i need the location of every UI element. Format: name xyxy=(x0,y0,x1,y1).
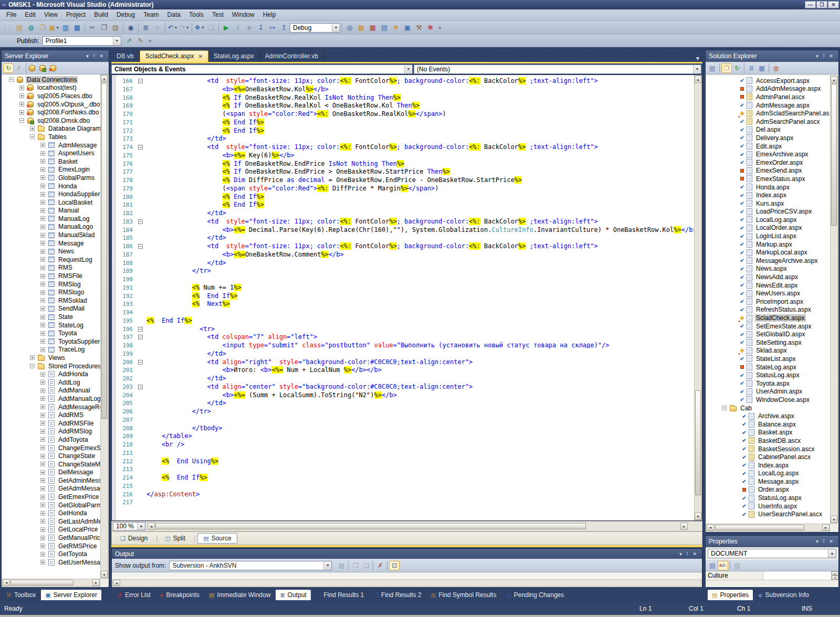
tree-item[interactable]: +AddToyota xyxy=(2,435,100,444)
expander-icon[interactable]: + xyxy=(40,159,45,164)
tree-item[interactable]: +sql2005.Places.dbo xyxy=(2,92,100,100)
solution-item[interactable]: ✔MessageArchive.aspx xyxy=(706,257,830,265)
solution-item[interactable]: ✔LoginList.aspx xyxy=(706,232,830,240)
tree-item[interactable]: +RMSlog xyxy=(2,280,100,289)
collapse-icon[interactable]: − xyxy=(138,145,143,150)
expander-icon[interactable]: + xyxy=(40,478,45,483)
solution-item[interactable]: ✔AccessExport.aspx xyxy=(706,77,830,85)
server-explorer-hscrollbar[interactable]: ◄ ► xyxy=(2,579,100,587)
expander-icon[interactable]: + xyxy=(40,560,45,565)
expander-icon[interactable]: + xyxy=(40,372,45,377)
solution-item[interactable]: ✔WindowClose.aspx xyxy=(706,396,830,404)
expander-icon[interactable]: + xyxy=(19,110,24,115)
expander-icon[interactable]: + xyxy=(40,552,45,557)
tree-item[interactable]: −Data Connections xyxy=(2,76,100,84)
auto-hide-pin-icon[interactable]: ⊺ xyxy=(821,539,827,544)
expander-icon[interactable]: + xyxy=(40,323,45,327)
immediate-window-icon[interactable]: ▤ xyxy=(379,23,390,33)
document-tab-scladcheck-aspx[interactable]: ScladCheck.aspx✕ xyxy=(140,50,208,62)
expander-icon[interactable]: + xyxy=(40,421,45,425)
toolbar-overflow-icon[interactable]: » xyxy=(146,38,154,44)
solution-item[interactable]: ✔CabinetPanel.ascx xyxy=(706,453,830,461)
extension-manager-icon[interactable]: ✱ xyxy=(425,23,436,33)
toolbar-overflow-icon[interactable]: » xyxy=(436,25,444,30)
expander-icon[interactable]: − xyxy=(722,406,727,410)
tree-item[interactable]: +localhost(test) xyxy=(2,84,100,92)
tree-item[interactable]: +DelMessage xyxy=(2,469,100,477)
toolbar-grip[interactable]: ⋮⋮ xyxy=(1,38,14,44)
expander-icon[interactable]: + xyxy=(40,290,45,295)
fold-margin[interactable]: − xyxy=(137,333,146,342)
tab-find-results-1[interactable]: ❐Find Results 1 xyxy=(312,590,369,600)
expander-icon[interactable]: + xyxy=(40,274,45,279)
document-tab-admincontroller-vb[interactable]: AdminController.vb xyxy=(260,50,324,62)
solution-item[interactable]: ✔PriceImport.aspx xyxy=(706,297,830,306)
tree-item[interactable]: +SendMail xyxy=(2,305,100,313)
menu-debug[interactable]: Debug xyxy=(112,9,139,20)
fold-margin[interactable]: − xyxy=(137,218,146,226)
chevron-down-icon[interactable]: ▼ xyxy=(404,65,412,73)
expander-icon[interactable]: + xyxy=(40,200,45,205)
window-position-icon[interactable]: ▾ xyxy=(814,539,821,544)
close-icon[interactable]: ✕ xyxy=(827,54,835,59)
tree-item[interactable]: +News xyxy=(2,247,100,256)
expander-icon[interactable]: − xyxy=(9,77,14,82)
expander-icon[interactable]: + xyxy=(40,396,45,401)
tab-toolbox[interactable]: ⚒Toolbox xyxy=(2,590,40,600)
tab-find-results-2[interactable]: ❐Find Results 2 xyxy=(369,590,426,600)
tree-item[interactable]: +AddLog xyxy=(2,378,100,387)
solution-item[interactable]: ✚ScladCheck.aspx xyxy=(706,314,830,322)
solution-item[interactable]: ✔AdmSearchPanel.ascx xyxy=(706,118,830,126)
fold-margin[interactable]: − xyxy=(137,77,146,86)
tree-item[interactable]: +ManualSklad xyxy=(2,231,100,239)
close-icon[interactable]: ✕ xyxy=(97,54,106,59)
tree-item[interactable]: +Database Diagrams xyxy=(2,125,100,133)
solution-item[interactable]: Order.aspx xyxy=(706,486,830,494)
maximize-button[interactable]: ❐ xyxy=(816,1,827,8)
solution-item[interactable]: ✔LocalLog.aspx xyxy=(706,470,830,478)
alphabetical-sort-icon[interactable]: AZ↓ xyxy=(718,561,728,570)
tab-list-chevron-icon[interactable]: ▾ xyxy=(693,55,702,62)
expander-icon[interactable]: + xyxy=(40,143,45,147)
auto-hide-pin-icon[interactable]: ⊺ xyxy=(684,551,691,557)
solution-item[interactable]: ✔NewsAdd.aspx xyxy=(706,273,830,281)
expander-icon[interactable]: + xyxy=(40,413,45,418)
solution-item[interactable]: ✔SiteSetting.aspx xyxy=(706,338,830,347)
chevron-down-icon[interactable]: ▼ xyxy=(323,561,331,570)
solution-explorer-icon[interactable]: ❖ xyxy=(390,23,402,33)
auto-hide-pin-icon[interactable]: ⊺ xyxy=(821,54,827,59)
selected-object-combo[interactable]: DOCUMENT ▼ xyxy=(708,549,836,558)
editor-vscrollbar[interactable]: ▲ ▼ xyxy=(694,75,702,520)
publish-profile-combo[interactable]: Profile1 ▼ xyxy=(43,36,121,46)
solution-item[interactable]: ✔EmexOrder.aspx xyxy=(706,158,830,167)
solution-item[interactable]: ✔LocalOrder.aspx xyxy=(706,224,830,232)
breakpoint-margin[interactable] xyxy=(112,75,116,520)
redo-icon[interactable]: ↷▼ xyxy=(178,23,190,33)
expander-icon[interactable]: + xyxy=(40,249,45,254)
fold-margin[interactable]: − xyxy=(137,358,146,367)
tree-item[interactable]: +sql2005.vOtpusk_.dbo xyxy=(2,100,100,109)
expander-icon[interactable]: + xyxy=(40,208,45,213)
output-hscrollbar[interactable]: ◄ xyxy=(112,579,701,587)
solution-item[interactable]: ✔Toyota.aspx xyxy=(706,379,830,388)
expander-icon[interactable]: + xyxy=(40,339,45,344)
tree-item[interactable]: +GetUserMessage xyxy=(2,558,100,567)
view-tab-design[interactable]: ❏Design xyxy=(115,534,153,543)
auto-hide-pin-icon[interactable]: ⊺ xyxy=(91,54,98,59)
refresh-icon[interactable]: ↻ xyxy=(3,63,14,73)
step-out-icon[interactable]: ↥ xyxy=(278,23,290,33)
property-value[interactable] xyxy=(763,571,831,580)
expander-icon[interactable]: + xyxy=(40,437,45,442)
solution-item[interactable]: ✔Kurs.aspx xyxy=(706,199,830,208)
tab-server-explorer[interactable]: ▣Server Explorer xyxy=(41,590,101,600)
tree-item[interactable]: −sql2008.Omsk.dbo xyxy=(2,116,100,125)
tab-find-symbol-results[interactable]: ◎Find Symbol Results xyxy=(427,590,501,600)
expander-icon[interactable]: + xyxy=(40,445,45,450)
solution-item[interactable]: ✔NewUsers.aspx xyxy=(706,289,830,297)
tree-item[interactable]: +sql2008.FortNoks.dbo xyxy=(2,108,100,116)
tree-item[interactable]: +State xyxy=(2,313,100,321)
properties-window-icon[interactable]: ▣ xyxy=(402,23,413,33)
tab-output[interactable]: ≣Output xyxy=(276,590,310,600)
solution-item[interactable]: EmexStatus.aspx xyxy=(706,175,830,183)
tree-item[interactable]: +AddRMS xyxy=(2,411,100,419)
